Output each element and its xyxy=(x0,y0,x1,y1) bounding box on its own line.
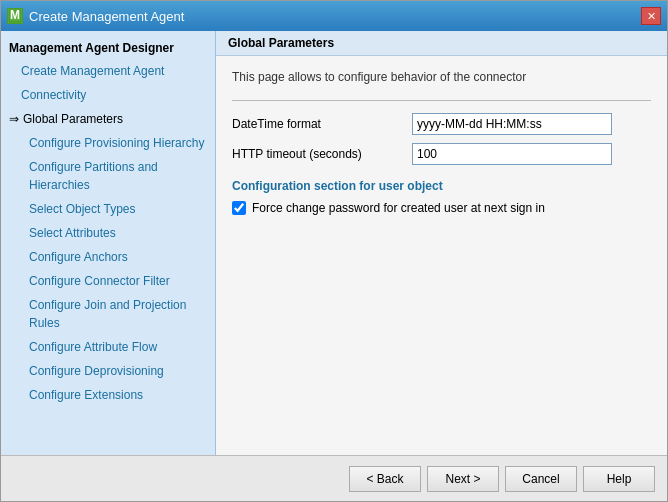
right-panel: Global Parameters This page allows to co… xyxy=(216,31,667,455)
svg-text:M: M xyxy=(10,9,20,22)
sidebar-item-configure-anchors[interactable]: Configure Anchors xyxy=(1,245,215,269)
http-timeout-row: HTTP timeout (seconds) xyxy=(232,143,651,165)
sidebar-item-select-attributes[interactable]: Select Attributes xyxy=(1,221,215,245)
datetime-format-input[interactable] xyxy=(412,113,612,135)
sidebar-item-configure-provisioning-hierarchy[interactable]: Configure Provisioning Hierarchy xyxy=(1,131,215,155)
sidebar-item-configure-connector-filter[interactable]: Configure Connector Filter xyxy=(1,269,215,293)
sidebar-item-configure-join-and-projection-rules[interactable]: Configure Join and Projection Rules xyxy=(1,293,215,335)
sidebar-header: Management Agent Designer xyxy=(1,35,215,59)
next-button[interactable]: Next > xyxy=(427,466,499,492)
force-change-password-label: Force change password for created user a… xyxy=(252,201,545,215)
separator xyxy=(232,100,651,101)
main-content: Management Agent Designer Create Managem… xyxy=(1,31,667,455)
panel-body: This page allows to configure behavior o… xyxy=(216,56,667,455)
sidebar-item-global-parameters[interactable]: Global Parameters xyxy=(1,107,215,131)
http-timeout-input[interactable] xyxy=(412,143,612,165)
checkbox-row: Force change password for created user a… xyxy=(232,201,651,215)
sidebar-item-configure-attribute-flow[interactable]: Configure Attribute Flow xyxy=(1,335,215,359)
sidebar-item-create-management-agent[interactable]: Create Management Agent xyxy=(1,59,215,83)
help-button[interactable]: Help xyxy=(583,466,655,492)
force-change-password-checkbox[interactable] xyxy=(232,201,246,215)
sidebar-item-configure-partitions-and-hierarchies[interactable]: Configure Partitions and Hierarchies xyxy=(1,155,215,197)
cancel-button[interactable]: Cancel xyxy=(505,466,577,492)
back-button[interactable]: < Back xyxy=(349,466,421,492)
sidebar-item-configure-extensions[interactable]: Configure Extensions xyxy=(1,383,215,407)
http-timeout-label: HTTP timeout (seconds) xyxy=(232,147,412,161)
section-heading: Configuration section for user object xyxy=(232,179,651,193)
window: M Create Management Agent ✕ Management A… xyxy=(0,0,668,502)
datetime-format-row: DateTime format xyxy=(232,113,651,135)
sidebar-item-connectivity[interactable]: Connectivity xyxy=(1,83,215,107)
window-icon: M xyxy=(7,8,23,24)
close-button[interactable]: ✕ xyxy=(641,7,661,25)
datetime-format-label: DateTime format xyxy=(232,117,412,131)
footer: < Back Next > Cancel Help xyxy=(1,455,667,501)
window-title: Create Management Agent xyxy=(29,9,184,24)
panel-header: Global Parameters xyxy=(216,31,667,56)
sidebar-item-select-object-types[interactable]: Select Object Types xyxy=(1,197,215,221)
description-text: This page allows to configure behavior o… xyxy=(232,70,651,84)
sidebar-item-configure-deprovisioning[interactable]: Configure Deprovisioning xyxy=(1,359,215,383)
sidebar: Management Agent Designer Create Managem… xyxy=(1,31,216,455)
title-bar: M Create Management Agent ✕ xyxy=(1,1,667,31)
